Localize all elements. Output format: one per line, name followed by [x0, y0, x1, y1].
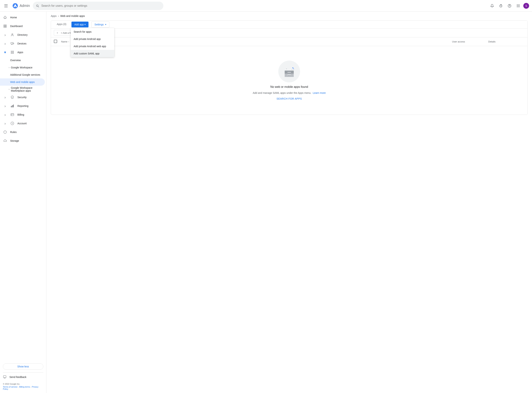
svg-rect-17	[5, 26, 6, 28]
settings-label: Settings	[94, 23, 104, 26]
sidebar-item-dashboard[interactable]: Dashboard	[0, 22, 45, 30]
svg-rect-31	[12, 105, 13, 108]
terms-link[interactable]: Terms of service	[3, 386, 17, 388]
sidebar-item-directory[interactable]: › Directory	[0, 30, 45, 39]
svg-rect-5	[517, 4, 517, 5]
sidebar-item-overview[interactable]: Overview	[0, 57, 45, 64]
help-button[interactable]	[506, 2, 513, 10]
svg-point-46	[286, 69, 287, 69]
sidebar-item-web-and-mobile-apps[interactable]: Web and mobile apps	[0, 78, 45, 86]
avatar[interactable]: S	[523, 3, 529, 9]
hamburger-button[interactable]	[3, 2, 10, 10]
help-icon	[508, 4, 511, 8]
sidebar-item-home[interactable]: Home	[0, 13, 45, 22]
apps-card: Apps (0) Add app ▾ Search for apps Add p…	[51, 20, 528, 115]
account-chevron-icon: ›	[3, 121, 7, 126]
empty-state: No web or mobile apps found Add and mana…	[51, 46, 527, 115]
svg-rect-19	[11, 42, 13, 44]
table-header: Name ↑ User access Details	[51, 37, 527, 46]
svg-point-47	[292, 69, 292, 70]
breadcrumb-parent[interactable]: Apps	[51, 15, 57, 17]
sidebar-item-reporting[interactable]: › Reporting	[0, 102, 45, 110]
add-app-button[interactable]: Add app ▾	[72, 22, 88, 27]
search-input[interactable]	[41, 4, 160, 7]
topbar-right: S	[488, 2, 529, 10]
billing-terms-link[interactable]: Billing terms	[19, 386, 30, 388]
google-admin-logo-icon	[12, 3, 18, 9]
security-chevron-icon: ›	[3, 95, 7, 99]
table-header-access: User access	[452, 40, 488, 43]
card-tabs: Apps (0) Add app ▾ Search for apps Add p…	[51, 20, 527, 29]
sidebar-label-feedback: Send feedback	[10, 376, 26, 378]
sidebar-label-home: Home	[10, 16, 17, 19]
timer-icon	[499, 4, 503, 8]
svg-rect-32	[13, 105, 14, 108]
dropdown-item-private-android-web-app[interactable]: Add private Android web app	[71, 43, 114, 50]
sidebar-item-billing[interactable]: › Billing	[0, 110, 45, 119]
sidebar-label-reporting: Reporting	[17, 104, 29, 108]
sidebar: Home Dashboard › Directory	[0, 12, 46, 393]
notifications-button[interactable]	[488, 2, 496, 10]
breadcrumb: Apps › Web and mobile apps	[46, 12, 532, 20]
svg-rect-29	[13, 53, 14, 54]
show-less-button[interactable]: Show less	[3, 364, 43, 370]
svg-rect-42	[287, 74, 291, 75]
sidebar-item-devices[interactable]: › Devices	[0, 39, 45, 48]
sidebar-item-rules[interactable]: Rules	[0, 128, 45, 137]
settings-chevron-icon: ▾	[105, 23, 106, 26]
svg-point-36	[4, 131, 6, 133]
search-apps-link[interactable]: SEARCH FOR APPS	[276, 97, 302, 100]
dropdown-item-custom-saml-app[interactable]: Add custom SAML app	[71, 50, 114, 57]
svg-rect-7	[519, 4, 519, 5]
apps-grid-button[interactable]	[515, 2, 522, 10]
dropdown-item-search-apps[interactable]: Search for apps	[71, 28, 114, 35]
logo[interactable]: Admin	[12, 3, 30, 9]
sidebar-item-apps[interactable]: ▾ Apps	[0, 48, 45, 57]
svg-rect-12	[518, 6, 518, 7]
sidebar-item-account[interactable]: › Account	[0, 119, 45, 128]
footer-sep-1: -	[18, 386, 19, 388]
apps-expand-icon: ▾	[3, 50, 7, 54]
svg-rect-27	[11, 53, 12, 54]
add-app-dropdown: Search for apps Add private Android app …	[71, 28, 114, 57]
dropdown-item-private-android-app[interactable]: Add private Android app	[71, 35, 114, 43]
empty-desc-text: Add and manage SAML apps under the Apps …	[253, 91, 311, 94]
settings-button[interactable]: Settings ▾	[91, 21, 109, 28]
hamburger-icon	[4, 4, 9, 8]
svg-point-44	[290, 75, 290, 76]
timer-button[interactable]	[497, 2, 504, 10]
tab-apps[interactable]: Apps (0)	[54, 20, 69, 28]
svg-rect-20	[13, 43, 14, 44]
filter-row: ＋ + Add a filter	[51, 29, 527, 37]
svg-rect-11	[517, 6, 517, 7]
learn-more-link[interactable]: Learn more	[313, 91, 326, 94]
svg-rect-14	[4, 25, 5, 26]
main-content: Apps › Web and mobile apps Apps (0) Add …	[46, 12, 532, 393]
empty-state-icon	[278, 61, 300, 82]
sidebar-label-rules: Rules	[10, 131, 17, 133]
devices-chevron-icon: ›	[3, 42, 7, 46]
sidebar-item-additional-google-services[interactable]: Additional Google services	[0, 71, 45, 78]
sidebar-item-security[interactable]: › Security	[0, 93, 45, 102]
svg-rect-28	[12, 53, 13, 54]
rules-icon	[3, 130, 7, 134]
sidebar-label-overview: Overview	[10, 59, 21, 62]
marketplace-chevron-icon: ›	[9, 88, 10, 91]
sidebar-item-marketplace-apps[interactable]: › Google Workspace Marketplace apps	[0, 86, 45, 93]
settings-container: Settings ▾	[91, 21, 109, 28]
devices-icon	[10, 42, 15, 45]
sidebar-label-additional-google-services: Additional Google services	[10, 73, 40, 76]
search-bar[interactable]	[33, 2, 163, 10]
add-filter-plus-icon: ＋	[56, 31, 58, 34]
svg-point-18	[12, 34, 13, 35]
search-icon	[36, 4, 39, 8]
select-all-checkbox[interactable]	[54, 40, 57, 43]
sidebar-label-security: Security	[17, 96, 27, 99]
name-column-label: Name	[61, 40, 68, 43]
google-workspace-chevron-icon: ›	[9, 66, 10, 69]
sidebar-item-google-workspace[interactable]: › Google Workspace	[0, 64, 45, 71]
sidebar-label-dashboard: Dashboard	[10, 25, 23, 28]
copyright: © 2022 Google Inc.	[3, 383, 43, 385]
sidebar-item-feedback[interactable]: Send feedback	[0, 373, 46, 381]
sidebar-item-storage[interactable]: Storage	[0, 137, 45, 145]
